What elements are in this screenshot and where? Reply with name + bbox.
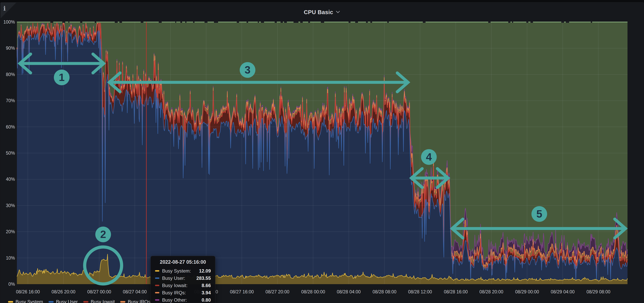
tooltip-row: Busy Other:0.80 xyxy=(155,296,211,303)
svg-text:1: 1 xyxy=(59,71,65,83)
legend-item-busy-irqs[interactable]: Busy IRQs xyxy=(120,299,150,303)
tooltip-series-marker xyxy=(155,285,159,286)
y-axis-label: 0% xyxy=(8,282,15,287)
legend-item-busy-user[interactable]: Busy User xyxy=(48,299,78,303)
tooltip-timestamp: 2022-08-27 05:16:00 xyxy=(155,259,211,265)
legend-item-busy-iowait[interactable]: Busy Iowait xyxy=(83,299,115,303)
tooltip-series-marker xyxy=(155,299,159,301)
y-axis-label: 50% xyxy=(6,150,15,156)
tooltip-series-value: 3.94 xyxy=(202,290,211,296)
annotation-badge-3: 3 xyxy=(240,62,256,78)
legend-label: Busy Iowait xyxy=(91,299,115,303)
legend-item-busy-system[interactable]: Busy System xyxy=(8,299,43,303)
legend-label: Busy User xyxy=(56,299,78,303)
tooltip-row: Busy IRQs:3.94 xyxy=(155,289,211,296)
tooltip-series-label: Busy System: xyxy=(162,268,191,274)
y-axis-label: 70% xyxy=(6,98,15,103)
y-axis-label: 10% xyxy=(6,256,15,260)
tooltip-series-marker xyxy=(155,278,159,279)
y-axis-label: 60% xyxy=(6,124,15,130)
tooltip-row: Busy Iowait:8.66 xyxy=(155,282,211,289)
legend-marker xyxy=(83,301,88,302)
hover-tooltip: 2022-08-27 05:16:00 Busy System:12.09Bus… xyxy=(150,256,215,303)
tooltip-series-marker xyxy=(155,270,159,272)
y-axis-label: 20% xyxy=(6,229,15,234)
tooltip-series-value: 0.80 xyxy=(202,297,211,303)
x-axis-label: 08/27 00:00 xyxy=(87,289,111,294)
x-axis-label: 08/28 08:00 xyxy=(372,289,396,294)
x-axis-label: 08/28 04:00 xyxy=(337,289,361,294)
x-axis-label: 08/27 20:00 xyxy=(266,289,290,294)
tooltip-series-value: 8.66 xyxy=(202,283,211,288)
x-axis-label: 08/28 16:00 xyxy=(444,289,468,294)
x-axis-label: 08/29 04:00 xyxy=(551,289,575,294)
x-axis-label: 08/27 16:00 xyxy=(230,289,254,294)
svg-text:4: 4 xyxy=(426,151,432,163)
tooltip-series-label: Busy Other: xyxy=(162,297,187,303)
y-axis-label: 30% xyxy=(6,203,15,208)
tooltip-series-value: 12.09 xyxy=(199,268,211,274)
tooltip-series-value: 283.55 xyxy=(196,276,211,281)
legend-marker xyxy=(8,301,13,302)
x-axis-label: 08/26 20:00 xyxy=(52,289,76,294)
annotation-badge-4: 4 xyxy=(421,149,437,165)
x-axis-label: 08/29 08:00 xyxy=(586,289,610,294)
cpu-basic-panel: i CPU Basic 100%90%80%70%60%50%40%30%20%… xyxy=(0,2,644,303)
y-axis-label: 90% xyxy=(6,46,15,51)
svg-text:5: 5 xyxy=(536,208,542,220)
tooltip-series-label: Busy Iowait: xyxy=(162,283,188,288)
legend-marker xyxy=(48,301,54,302)
tooltip-series-label: Busy IRQs: xyxy=(162,290,186,296)
grafana-cpu-panel-screenshot: { "panel": { "title": "CPU Basic", "info… xyxy=(0,0,644,303)
legend-label: Busy System xyxy=(16,299,43,303)
x-axis-label: 08/29 00:00 xyxy=(515,289,539,294)
svg-text:3: 3 xyxy=(244,64,250,76)
tooltip-row: Busy System:12.09 xyxy=(155,267,211,274)
cpu-usage-chart[interactable]: 100%90%80%70%60%50%40%30%20%10%0%08/26 1… xyxy=(0,0,644,303)
tooltip-series-marker xyxy=(155,292,159,293)
annotation-badge-2: 2 xyxy=(95,226,111,242)
x-axis-label: 08/28 00:00 xyxy=(301,289,325,294)
x-axis-label: 08/28 20:00 xyxy=(479,289,503,294)
tooltip-row: Busy User:283.55 xyxy=(155,274,211,282)
x-axis-label: 08/27 04:00 xyxy=(123,289,147,294)
annotation-badge-5: 5 xyxy=(532,206,547,222)
svg-text:2: 2 xyxy=(100,228,106,240)
y-axis-label: 100% xyxy=(3,20,15,24)
y-axis-label: 40% xyxy=(6,177,15,182)
x-axis-label: 08/28 12:00 xyxy=(408,289,432,294)
tooltip-series-label: Busy User: xyxy=(162,276,185,281)
y-axis-label: 80% xyxy=(6,72,15,77)
legend-marker xyxy=(120,301,125,302)
x-axis-label: 08/26 16:00 xyxy=(16,289,40,294)
annotation-badge-1: 1 xyxy=(54,70,70,85)
legend-label: Busy IRQs xyxy=(128,299,150,303)
